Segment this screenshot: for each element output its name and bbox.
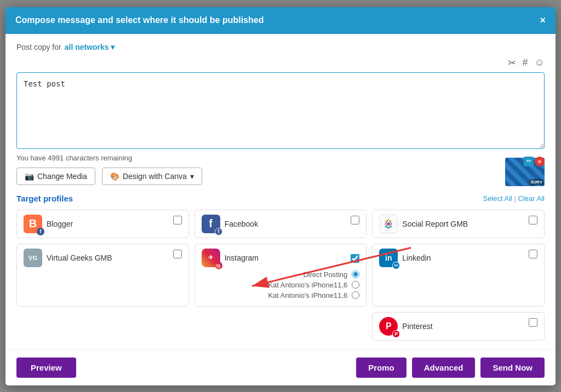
- iphone1-radio[interactable]: [352, 281, 359, 289]
- modal-header: Compose message and select where it shou…: [5, 7, 556, 34]
- profile-card-gmb: Social Report GMB: [372, 210, 545, 238]
- media-remove-button[interactable]: ×: [535, 157, 545, 166]
- facebook-icon: f f: [202, 215, 220, 233]
- pinterest-icon: P P: [379, 317, 398, 336]
- pinterest-sub-icon: P: [392, 330, 400, 338]
- profile-card-virtual-gmb: VG Virtual Geeks GMB: [16, 244, 189, 307]
- change-media-label: Change Media: [37, 172, 87, 181]
- design-canva-label: Design with Canva: [123, 172, 187, 181]
- gmb-svg: [381, 216, 396, 232]
- design-canva-button[interactable]: 🎨 Design with Canva ▾: [102, 168, 202, 185]
- blogger-checkbox[interactable]: [173, 216, 182, 224]
- instagram-checkbox[interactable]: [351, 254, 359, 263]
- instagram-option-iphone2: Kat Antonio's iPhone11,6: [206, 291, 360, 299]
- blogger-icon: B f: [24, 215, 42, 233]
- profile-card-left-pinterest: P P Pinterest: [379, 317, 432, 336]
- virtual-gmb-icon: VG: [24, 249, 42, 267]
- instagram-sub-icon: ig: [215, 262, 222, 269]
- virtual-gmb-checkbox[interactable]: [173, 250, 182, 258]
- profile-card-left-instagram: ✈ ig Instagram: [202, 249, 259, 267]
- hashtag-icon[interactable]: #: [523, 57, 528, 69]
- close-button[interactable]: ×: [540, 15, 546, 26]
- virtual-gmb-name: Virtual Geeks GMB: [47, 253, 112, 262]
- scissors-icon[interactable]: ✂: [508, 57, 516, 69]
- instagram-option-iphone1: Kat Antonio's iPhone11,6: [206, 281, 360, 289]
- linkedin-checkbox[interactable]: [529, 250, 537, 258]
- modal-title: Compose message and select where it shou…: [15, 15, 264, 25]
- facebook-checkbox[interactable]: [351, 216, 359, 224]
- post-copy-row: Post copy for all networks ▾: [16, 43, 545, 51]
- blogger-name: Blogger: [47, 220, 73, 228]
- target-profiles-actions: Select All | Clear All: [483, 194, 545, 203]
- footer-right-buttons: Promo Advanced Send Now: [356, 358, 545, 378]
- facebook-name: Facebook: [225, 220, 258, 228]
- direct-posting-label: Direct Posting: [303, 270, 347, 279]
- target-profiles-header: Target profiles Select All | Clear All: [16, 194, 545, 203]
- gmb-icon: [379, 215, 398, 233]
- send-now-button[interactable]: Send Now: [480, 358, 545, 378]
- instagram-icon: ✈ ig: [202, 249, 220, 267]
- emoji-icon[interactable]: ☺: [535, 57, 545, 69]
- profile-card-left-virtual-gmb: VG Virtual Geeks GMB: [24, 249, 112, 267]
- divider: |: [514, 194, 518, 203]
- linkedin-icon: in in: [379, 249, 398, 267]
- profiles-grid: B f Blogger f f Facebook: [16, 210, 545, 341]
- preview-button[interactable]: Preview: [16, 358, 76, 378]
- change-media-button[interactable]: 📷 Change Media: [16, 168, 95, 185]
- instagram-option-direct: Direct Posting: [206, 270, 360, 279]
- instagram-top: ✈ ig Instagram: [202, 249, 360, 267]
- char-count: You have 4991 characters remaining: [16, 154, 545, 162]
- facebook-sub-icon: f: [215, 228, 222, 235]
- profile-card-linkedin: in in Linkedin: [372, 244, 545, 307]
- modal-footer: Preview Promo Advanced Send Now: [5, 349, 556, 385]
- advanced-button[interactable]: Advanced: [412, 358, 476, 378]
- media-row: 📷 Change Media 🎨 Design with Canva ▾ SUR…: [16, 168, 545, 185]
- modal-body: Post copy for all networks ▾ ✂ # ☺ Test …: [5, 34, 556, 349]
- media-thumb-text: SURV: [529, 179, 543, 185]
- iphone1-label: Kat Antonio's iPhone11,6: [268, 281, 347, 289]
- profiles-container: B f Blogger f f Facebook: [16, 210, 545, 341]
- profile-card-pinterest: P P Pinterest: [372, 312, 545, 341]
- compose-textarea[interactable]: Test post: [16, 72, 545, 149]
- canva-icon: 🎨: [110, 172, 119, 181]
- profile-card-left-linkedin: in in Linkedin: [379, 249, 431, 267]
- instagram-options: Direct Posting Kat Antonio's iPhone11,6 …: [206, 270, 360, 299]
- svg-point-3: [387, 222, 390, 226]
- gmb-name: Social Report GMB: [402, 220, 468, 228]
- profile-card-left-gmb: Social Report GMB: [379, 215, 468, 233]
- gmb-checkbox[interactable]: [529, 216, 537, 224]
- blogger-sub-icon: f: [37, 228, 44, 235]
- network-label: all networks: [65, 43, 109, 51]
- canva-chevron-icon: ▾: [190, 172, 194, 181]
- pinterest-checkbox[interactable]: [529, 318, 537, 327]
- compose-modal: Compose message and select where it shou…: [5, 7, 556, 385]
- network-selector[interactable]: all networks ▾: [65, 43, 115, 51]
- chevron-down-icon: ▾: [111, 43, 115, 51]
- media-edit-button[interactable]: ✏: [524, 157, 534, 166]
- profile-card-left-facebook: f f Facebook: [202, 215, 258, 233]
- toolbar-icons: ✂ # ☺: [16, 57, 545, 69]
- target-profiles-title: Target profiles: [16, 194, 73, 203]
- select-all-link[interactable]: Select All: [483, 194, 512, 203]
- iphone2-label: Kat Antonio's iPhone11,6: [268, 291, 347, 299]
- camera-icon: 📷: [25, 172, 34, 181]
- instagram-name: Instagram: [225, 253, 259, 262]
- profile-card-blogger: B f Blogger: [16, 210, 189, 238]
- iphone2-radio[interactable]: [352, 291, 359, 299]
- linkedin-name: Linkedin: [402, 253, 431, 262]
- pinterest-name: Pinterest: [402, 322, 432, 331]
- profile-card-left-blogger: B f Blogger: [24, 215, 73, 233]
- post-copy-label: Post copy for: [16, 43, 61, 51]
- promo-button[interactable]: Promo: [356, 358, 407, 378]
- linkedin-sub-icon: in: [392, 262, 400, 269]
- media-thumbnail-container: SURV ✏ ×: [503, 163, 545, 194]
- profile-card-facebook: f f Facebook: [194, 210, 367, 238]
- profile-card-instagram: ✈ ig Instagram Direct Posting: [194, 244, 367, 307]
- direct-posting-radio[interactable]: [352, 270, 359, 278]
- clear-all-link[interactable]: Clear All: [518, 194, 545, 203]
